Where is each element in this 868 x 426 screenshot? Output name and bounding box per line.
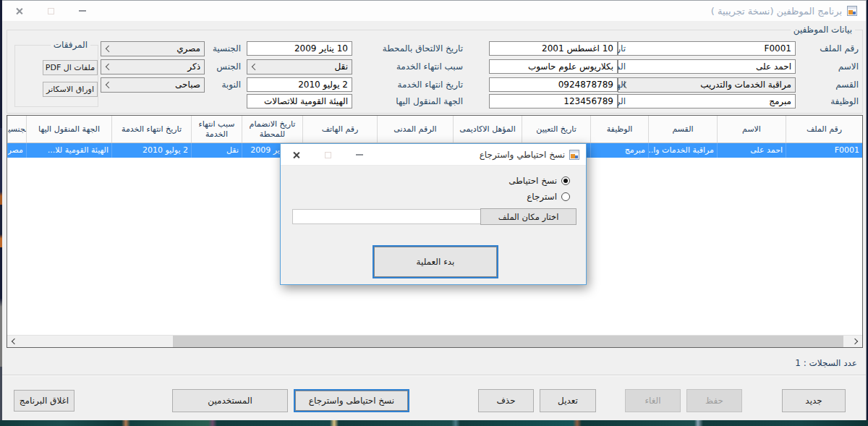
col-header-job[interactable]: الوظيفة [590,116,648,142]
main-titlebar: برنامج الموظفين (نسخة تجريبية ) [2,1,866,21]
col-header-phone[interactable]: رقم الهاتف [302,116,377,142]
scrollbar-thumb[interactable] [173,336,843,347]
qualification-input[interactable]: بكلاريوس علوم حاسوب [489,59,618,74]
col-header-station-join[interactable]: تاريخ الانضمام للمحطة [242,116,302,142]
horizontal-scrollbar[interactable] [7,335,862,347]
grid-header-row: رقم الملف الاسم القسم الوظيفة تاريخ التع… [7,116,862,143]
start-operation-button[interactable]: بدء العملية [373,245,498,278]
minimize-icon [79,10,86,12]
maximize-icon [48,8,54,14]
name-input[interactable]: احمد على [618,59,796,74]
scroll-left-icon[interactable] [12,338,17,344]
app-icon [847,6,857,16]
col-header-name[interactable]: الاسم [717,116,786,142]
dialog-close-button[interactable] [286,149,305,161]
close-icon [292,151,300,159]
shift-combobox[interactable]: صباحى [101,77,205,93]
col-header-file-no[interactable]: رقم الملف [786,116,862,142]
close-button[interactable] [9,5,28,17]
department-combobox[interactable]: مراقبة الخدمات والتدريب [618,77,796,93]
cell-job: مبرمج [590,143,648,158]
edit-button[interactable]: تعديل [540,389,596,412]
save-button: حفظ [686,389,742,412]
cell-name: احمد على [717,143,786,158]
minimize-button[interactable] [73,5,92,17]
job-input[interactable]: مبرمج [618,94,796,108]
dialog-title: نسخ احتياطي واسترجاع [480,150,565,160]
file-no-label: رقم الملف [820,41,859,56]
cell-end-date: 2 يوليو 2010 [111,143,191,158]
hire-date-input[interactable]: 10 اغسطس 2001 [489,41,618,56]
minimize-icon [356,154,363,156]
pdf-files-button[interactable]: ملفات ال PDF [43,60,98,75]
app-icon [569,150,579,160]
end-reason-label: سبب انتهاء الخدمة [396,59,463,74]
end-reason-combobox[interactable]: نقل [247,59,352,74]
separator-line [2,375,866,376]
col-header-hire-date[interactable]: تاريخ التعيين [522,116,590,142]
new-button[interactable]: جديد [782,389,846,412]
records-count-status: عدد السجلات : 1 [795,358,857,368]
users-button[interactable]: المستخدمين [172,389,288,412]
cell-end-reason: نقل [191,143,242,158]
transferred-to-input[interactable]: الهيئة القومية للاتصالات [247,94,352,108]
col-header-nationality[interactable]: الجنسية [7,116,26,142]
cell-nationality: مصري [7,143,26,158]
file-no-input[interactable]: F0001 [618,41,796,56]
col-header-transferred-to[interactable]: الجهة المنقول اليها [26,116,111,142]
choose-file-location-button[interactable]: اختار مكان الملف [480,208,576,225]
end-date-label: تاريخ انتهاء الخدمة [397,77,463,92]
file-path-input[interactable] [292,209,482,224]
close-icon [15,7,23,15]
gender-combobox[interactable]: ذكر [101,59,205,74]
nationality-label: الجنسية [213,41,241,56]
job-label: الوظيفة [830,94,859,108]
nationality-combobox[interactable]: مصري [101,41,205,56]
radio-selected-icon [561,176,570,185]
phone-input[interactable]: 0924878789 [489,77,618,92]
transferred-to-label: الجهة المنقول اليها [396,94,463,108]
col-header-end-date[interactable]: تاريخ انتهاء الخدمة [111,116,191,142]
dialog-minimize-button[interactable] [350,149,369,161]
cell-transferred-to: الهيئة القومية للا... [26,143,111,158]
maximize-icon [325,152,331,158]
department-label: القسم [835,77,859,92]
groupbox-title: بيانات الموظفين [791,25,855,35]
maximize-button [41,5,60,17]
gender-label: الجنس [216,59,241,74]
chevron-down-icon [252,64,258,70]
col-header-end-reason[interactable]: سبب انتهاء الخدمة [191,116,242,142]
civil-id-input[interactable]: 123456789 [489,94,618,108]
station-join-label: تاريخ الالتحاق بالمحطة [383,41,463,56]
dialog-maximize-button [318,149,337,161]
cell-department: مراقبة الخدمات وا... [648,143,717,158]
dialog-titlebar: نسخ احتياطي واسترجاع [281,144,586,166]
window-title: برنامج الموظفين (نسخة تجريبية ) [711,6,842,17]
attachments-groupbox: المرفقات ملفات ال PDF اوراق الاسكانر [14,45,98,107]
name-label: الاسم [838,59,859,74]
scroll-right-icon[interactable] [852,338,858,344]
cell-file-no: F0001 [786,143,862,158]
cancel-button: الغاء [625,389,681,412]
col-header-department[interactable]: القسم [648,116,717,142]
backup-restore-button[interactable]: نسخ احتياطى واسترجاع [294,389,409,412]
chevron-down-icon [106,64,112,70]
col-header-civil-id[interactable]: الرقم المدنى [377,116,453,142]
scanner-papers-button[interactable]: اوراق الاسكانر [43,82,98,97]
attachments-title: المرفقات [51,40,90,50]
col-header-qualification[interactable]: المؤهل الاكاديمى [453,116,522,142]
desktop-taskbar-strip [0,420,868,426]
chevron-down-icon [106,82,112,88]
radio-unselected-icon [561,192,570,201]
shift-label: النوبة [221,77,241,92]
close-program-button[interactable]: اغلاق البرنامج [14,390,75,412]
restore-radio[interactable]: استرجاع [527,192,570,202]
main-window: برنامج الموظفين (نسخة تجريبية ) بيانات ا… [2,0,867,421]
station-join-input[interactable]: 10 يناير 2009 [247,41,352,56]
chevron-down-icon [106,46,112,52]
end-date-input[interactable]: 2 يوليو 2010 [247,77,352,92]
delete-button[interactable]: حذف [478,389,534,412]
backup-radio[interactable]: نسخ احتياطى [509,176,570,186]
backup-restore-dialog: نسخ احتياطي واسترجاع نسخ احتياطى استرجاع… [280,143,587,285]
